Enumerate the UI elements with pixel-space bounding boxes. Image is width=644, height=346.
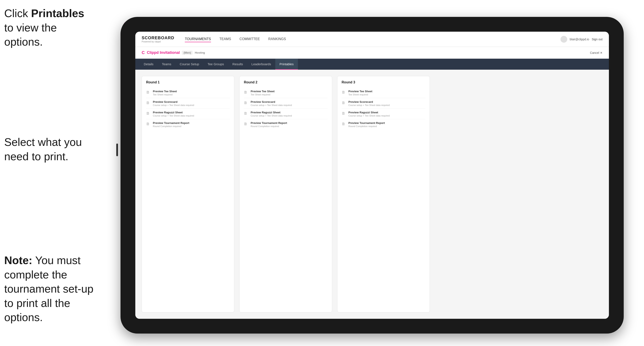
raguzzi-icon-r3: 🗎 [342,111,346,116]
scorecard-icon: 🗎 [146,101,151,105]
report-icon-r2: 🗎 [244,122,248,127]
logo-subtitle: Powered by clippd [142,40,174,43]
tab-bar: Details Teams Course Setup Tee Groups Re… [135,59,609,70]
tournament-name: C Clippd Invitational (Men) Hosting [142,50,205,55]
report-icon: 🗎 [146,122,151,127]
round-1-title: Round 1 [146,80,230,84]
round3-tournament-report[interactable]: 🗎 Preview Tournament Report Round Comple… [342,119,426,130]
round2-scorecard-title: Preview Scorecard [250,100,292,103]
sub-header: C Clippd Invitational (Men) Hosting Canc… [135,47,609,59]
round1-report-title: Preview Tournament Report [153,121,189,125]
round3-raguzzi[interactable]: 🗎 Preview Raguzzi Sheet Course setup + T… [342,109,426,119]
annotation-top-prefix: Click [4,7,31,19]
annotation-top-suffix: to view the options. [4,21,57,48]
tab-leaderboards[interactable]: Leaderboards [247,59,275,70]
user-avatar [560,36,567,43]
round2-raguzzi-title: Preview Raguzzi Sheet [250,111,292,114]
tournament-icon: C [142,50,144,55]
tablet-side-button [116,144,118,156]
main-content: Round 1 🗎 Preview Tee Sheet Tee Sheet re… [135,70,609,319]
round1-scorecard-title: Preview Scorecard [153,100,194,103]
annotation-top-bold: Printables [31,7,84,19]
tab-results[interactable]: Results [228,59,247,70]
round2-tee-sheet-subtitle: Tee Sheet required [250,93,274,96]
report-icon-r3: 🗎 [342,122,346,127]
annotation-middle-text: Select what you need to print. [4,136,82,163]
round1-scorecard[interactable]: 🗎 Preview Scorecard Course setup + Tee S… [146,98,230,109]
tab-details[interactable]: Details [140,59,158,70]
user-email: blair@clippd.io [570,38,589,41]
tee-sheet-icon: 🗎 [146,90,151,95]
round1-scorecard-subtitle: Course setup + Tee Sheet data required [153,104,194,106]
annotation-top: Click Printables to view the options. [4,6,84,49]
round-2-column: Round 2 🗎 Preview Tee Sheet Tee Sheet re… [239,76,332,313]
sign-out-link[interactable]: Sign out [592,38,602,41]
round-2-title: Round 2 [244,80,328,84]
round-3-title: Round 3 [342,80,426,84]
round3-tee-sheet-subtitle: Tee Sheet required [348,93,372,96]
round-3-column: Round 3 🗎 Preview Tee Sheet Tee Sheet re… [337,76,430,313]
round1-raguzzi-title: Preview Raguzzi Sheet [153,111,194,114]
round3-scorecard-title: Preview Scorecard [348,100,390,103]
round2-report-subtitle: Round Completion required [250,125,287,128]
round3-report-subtitle: Round Completion required [348,125,385,128]
tab-printables[interactable]: Printables [275,59,298,70]
annotation-bottom: Note: You must complete the tournament s… [4,253,102,325]
raguzzi-icon-r2: 🗎 [244,111,248,116]
tab-teams[interactable]: Teams [158,59,176,70]
nav-link-rankings[interactable]: RANKINGS [268,36,286,42]
top-nav: SCOREBOARD Powered by clippd TOURNAMENTS… [135,32,609,47]
tee-sheet-icon-r2: 🗎 [244,90,248,95]
round1-report-subtitle: Round Completion required [153,125,189,128]
round3-raguzzi-title: Preview Raguzzi Sheet [348,111,390,114]
annotation-middle: Select what you need to print. [4,135,84,164]
round1-raguzzi-subtitle: Course setup + Tee Sheet data required [153,114,194,117]
annotation-bottom-bold: Note: [4,254,32,266]
cancel-button[interactable]: Cancel ✕ [590,51,602,54]
round3-tee-sheet-title: Preview Tee Sheet [348,90,372,93]
tee-sheet-icon-r3: 🗎 [342,90,346,95]
tab-tee-groups[interactable]: Tee Groups [204,59,228,70]
nav-link-teams[interactable]: TEAMS [220,36,231,42]
round2-scorecard[interactable]: 🗎 Preview Scorecard Course setup + Tee S… [244,98,328,109]
round3-tee-sheet[interactable]: 🗎 Preview Tee Sheet Tee Sheet required [342,88,426,98]
logo-title: SCOREBOARD [142,35,174,40]
raguzzi-icon: 🗎 [146,111,151,116]
tournament-title: Clippd Invitational [147,50,180,55]
empty-area [435,76,602,313]
scorecard-icon-r2: 🗎 [244,101,248,105]
tablet: SCOREBOARD Powered by clippd TOURNAMENTS… [120,17,624,334]
nav-link-committee[interactable]: COMMITTEE [240,36,260,42]
tablet-screen: SCOREBOARD Powered by clippd TOURNAMENTS… [135,32,609,319]
nav-right: blair@clippd.io Sign out [560,36,602,43]
nav-links: TOURNAMENTS TEAMS COMMITTEE RANKINGS [185,36,560,42]
nav-link-tournaments[interactable]: TOURNAMENTS [185,36,211,42]
round2-tee-sheet-title: Preview Tee Sheet [250,90,274,93]
round3-raguzzi-subtitle: Course setup + Tee Sheet data required [348,114,390,117]
round3-scorecard-subtitle: Course setup + Tee Sheet data required [348,104,390,106]
round2-raguzzi[interactable]: 🗎 Preview Raguzzi Sheet Course setup + T… [244,109,328,119]
tab-course-setup[interactable]: Course Setup [176,59,204,70]
round2-scorecard-subtitle: Course setup + Tee Sheet data required [250,104,292,106]
round2-report-title: Preview Tournament Report [250,121,287,125]
round1-raguzzi[interactable]: 🗎 Preview Raguzzi Sheet Course setup + T… [146,109,230,119]
hosting-badge: Hosting [195,51,205,54]
round-1-column: Round 1 🗎 Preview Tee Sheet Tee Sheet re… [142,76,234,313]
scorecard-icon-r3: 🗎 [342,101,346,105]
round1-tournament-report[interactable]: 🗎 Preview Tournament Report Round Comple… [146,119,230,130]
logo-area: SCOREBOARD Powered by clippd [142,35,174,43]
division-badge: (Men) [182,51,192,55]
round2-raguzzi-subtitle: Course setup + Tee Sheet data required [250,114,292,117]
round1-tee-sheet-subtitle: Tee Sheet required [153,93,177,96]
round2-tournament-report[interactable]: 🗎 Preview Tournament Report Round Comple… [244,119,328,130]
round3-scorecard[interactable]: 🗎 Preview Scorecard Course setup + Tee S… [342,98,426,109]
round3-report-title: Preview Tournament Report [348,121,385,125]
round1-tee-sheet[interactable]: 🗎 Preview Tee Sheet Tee Sheet required [146,88,230,98]
round1-tee-sheet-title: Preview Tee Sheet [153,90,177,93]
round2-tee-sheet[interactable]: 🗎 Preview Tee Sheet Tee Sheet required [244,88,328,98]
